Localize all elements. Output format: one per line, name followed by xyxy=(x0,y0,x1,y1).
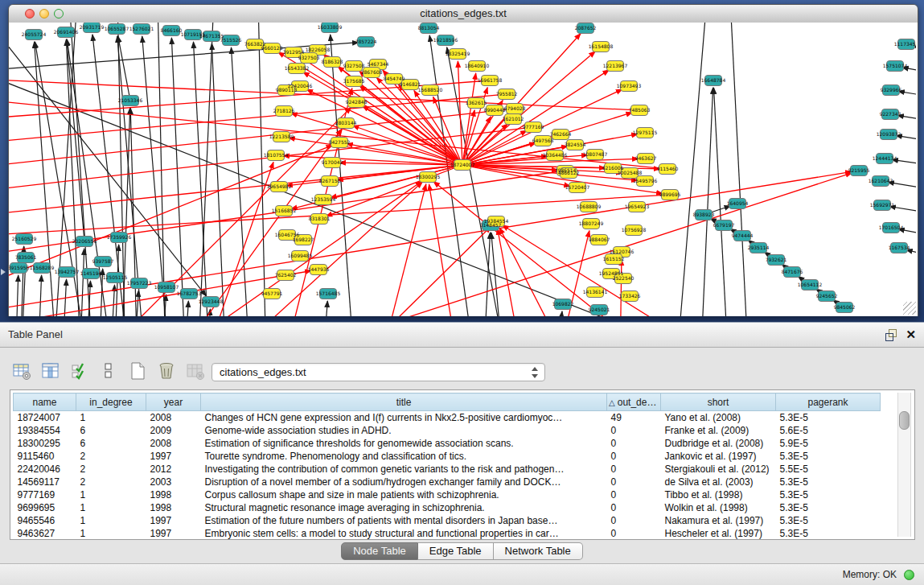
graph-edge[interactable] xyxy=(80,249,84,316)
combo-stepper-icon[interactable] xyxy=(531,366,538,379)
column-header-in_degree[interactable]: in_degree xyxy=(76,393,146,411)
table-cell[interactable]: 1 xyxy=(76,527,146,540)
graph-edge[interactable] xyxy=(889,207,916,216)
table-cell[interactable]: 5.3E-5 xyxy=(776,501,881,514)
table-cell[interactable]: Dudbridge et al. (2008) xyxy=(661,437,776,450)
row-height-icon[interactable] xyxy=(98,360,119,381)
column-header-short[interactable]: short xyxy=(661,393,776,411)
graph-edge[interactable] xyxy=(9,145,333,288)
table-cell[interactable]: Disruption of a novel member of a sodium… xyxy=(201,476,607,488)
graph-edge[interactable] xyxy=(700,88,713,316)
graph-edge[interactable] xyxy=(902,68,916,76)
table-cell[interactable]: 5.3E-5 xyxy=(776,450,881,463)
graph-edge[interactable] xyxy=(9,195,664,236)
table-cell[interactable]: 1997 xyxy=(146,450,201,463)
table-cell[interactable]: 9699695 xyxy=(14,501,76,514)
table-cell[interactable]: 2012 xyxy=(146,463,201,476)
graph-edge[interactable] xyxy=(211,43,226,316)
graph-edge[interactable] xyxy=(379,184,426,316)
float-window-icon[interactable] xyxy=(885,329,897,340)
table-cell[interactable]: 0 xyxy=(607,514,661,527)
graph-edge[interactable] xyxy=(347,226,491,316)
graph-edge[interactable] xyxy=(556,311,562,316)
table-cell[interactable]: 5.3E-5 xyxy=(776,411,881,425)
table-cell[interactable]: Changes of HCN gene expression and I(f) … xyxy=(201,411,607,425)
table-cell[interactable]: 1998 xyxy=(146,488,201,501)
table-cell[interactable]: Nakamura et al. (1997) xyxy=(661,514,776,527)
table-cell[interactable]: Yano et al. (2008) xyxy=(661,411,776,425)
table-cell[interactable]: de Silva et al. (2003) xyxy=(661,476,776,488)
graph-edge[interactable] xyxy=(322,301,327,316)
table-row[interactable]: 946554611997Estimation of the future num… xyxy=(14,514,881,527)
memory-status-icon[interactable] xyxy=(904,570,914,580)
table-row[interactable]: 969969511998Structural magnetic resonanc… xyxy=(14,501,881,514)
panel-collapse-arrow-icon[interactable] xyxy=(1,269,6,275)
table-cell[interactable]: 1998 xyxy=(146,501,201,514)
table-cell[interactable]: 0 xyxy=(607,437,661,450)
network-graph[interactable]: 2405572420691406209317191065528715276021… xyxy=(9,23,916,316)
scrollbar-thumb[interactable] xyxy=(899,411,910,430)
table-cell[interactable]: 0 xyxy=(607,501,661,514)
graph-edge[interactable] xyxy=(730,23,749,316)
table-row[interactable]: 1938455462009Genome-wide association stu… xyxy=(14,424,881,437)
table-cell[interactable]: Estimation of the future numbers of pati… xyxy=(201,514,607,527)
vertical-scrollbar[interactable] xyxy=(897,393,911,537)
table-selector-combobox[interactable]: citations_edges.txt xyxy=(211,363,545,381)
table-cell[interactable]: 1 xyxy=(76,411,146,425)
table-cell[interactable]: 9777169 xyxy=(14,488,76,501)
table-cell[interactable]: 14569117 xyxy=(14,476,76,488)
table-cell[interactable]: 5.6E-5 xyxy=(776,424,881,437)
table-cell[interactable]: 5.3E-5 xyxy=(776,514,881,527)
table-cell[interactable]: 18724007 xyxy=(14,411,76,425)
table-cell[interactable]: Wolkin et al. (1998) xyxy=(661,501,776,514)
table-settings-icon[interactable] xyxy=(11,360,32,381)
table-cell[interactable]: Tourette syndrome. Phenomenology and cla… xyxy=(201,450,607,463)
graph-edge[interactable] xyxy=(620,259,622,316)
tab-network-table[interactable]: Network Table xyxy=(494,542,583,560)
table-cell[interactable]: 22420046 xyxy=(14,463,76,476)
column-header-pagerank[interactable]: pagerank xyxy=(776,393,881,411)
table-cell[interactable]: 6 xyxy=(76,424,146,437)
table-cell[interactable]: 1997 xyxy=(146,514,201,527)
graph-edge[interactable] xyxy=(291,113,458,163)
table-cell[interactable]: 5.3E-5 xyxy=(776,488,881,501)
table-cell[interactable]: Estimation of significance thresholds fo… xyxy=(201,437,607,450)
graph-edge[interactable] xyxy=(9,79,634,110)
column-header-name[interactable]: name xyxy=(14,393,76,411)
window-resize-grip[interactable] xyxy=(903,302,916,315)
tab-node-table[interactable]: Node Table xyxy=(341,542,418,560)
table-row[interactable]: 1872400712008Changes of HCN gene express… xyxy=(14,411,881,425)
delete-column-icon[interactable] xyxy=(156,360,177,381)
table-cell[interactable]: 9463627 xyxy=(14,527,76,540)
network-canvas[interactable]: 2405572420691406209317191065528715276021… xyxy=(9,23,918,316)
graph-edge[interactable] xyxy=(258,23,266,316)
table-cell[interactable]: Stergiakouli et al. (2012) xyxy=(661,463,776,476)
graph-edge[interactable] xyxy=(142,36,170,316)
new-table-icon[interactable] xyxy=(127,360,148,381)
table-cell[interactable]: Investigating the contribution of common… xyxy=(201,463,607,476)
table-cell[interactable]: 6 xyxy=(76,437,146,450)
network-window[interactable]: citations_edges.txt 24055724206914062093… xyxy=(8,4,918,316)
table-cell[interactable]: 2009 xyxy=(146,424,201,437)
table-cell[interactable]: Hescheler et al. (1997) xyxy=(661,527,776,540)
graph-edge[interactable] xyxy=(898,229,916,238)
graph-edge[interactable] xyxy=(676,23,707,316)
network-window-titlebar[interactable]: citations_edges.txt xyxy=(9,5,918,23)
table-cell[interactable]: 1 xyxy=(76,501,146,514)
table-cell[interactable]: 5.5E-5 xyxy=(776,463,881,476)
table-cell[interactable]: 19384554 xyxy=(14,424,76,437)
table-cell[interactable]: 0 xyxy=(607,463,661,476)
table-cell[interactable]: Structural magnetic resonance image aver… xyxy=(201,501,607,514)
close-panel-icon[interactable]: ✕ xyxy=(906,327,916,343)
table-cell[interactable]: 0 xyxy=(607,476,661,488)
table-cell[interactable]: Jankovic et al. (1997) xyxy=(661,450,776,463)
table-cell[interactable]: Embryonic stem cells: a model to study s… xyxy=(201,527,607,540)
table-cell[interactable]: 5.3E-5 xyxy=(776,476,881,488)
table-cell[interactable]: Tibbo et al. (1998) xyxy=(661,488,776,501)
table-cell[interactable]: Genome-wide association studies in ADHD. xyxy=(201,424,607,437)
table-row[interactable]: 1830029562008Estimation of significance … xyxy=(14,437,881,450)
table-cell[interactable]: 9465546 xyxy=(14,514,76,527)
row-checklist-icon[interactable] xyxy=(69,360,90,381)
graph-edge[interactable] xyxy=(888,182,916,192)
table-cell[interactable]: 2 xyxy=(76,450,146,463)
